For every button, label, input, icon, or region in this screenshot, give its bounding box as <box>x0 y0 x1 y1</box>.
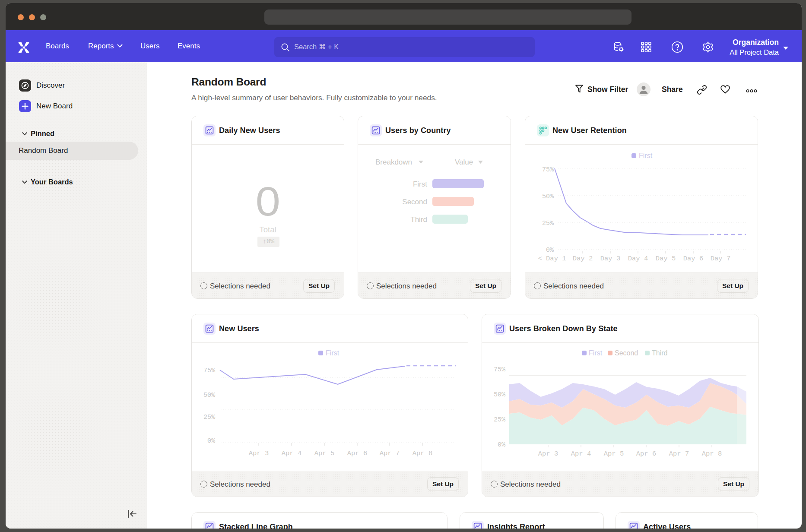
svg-text:Apr 4: Apr 4 <box>571 450 591 458</box>
svg-text:0%: 0% <box>207 437 216 445</box>
svg-text:Second: Second <box>615 349 638 357</box>
svg-text:25%: 25% <box>494 416 506 424</box>
svg-text:Day 4: Day 4 <box>628 255 648 263</box>
svg-text:Third: Third <box>652 349 667 357</box>
svg-text:Day 7: Day 7 <box>711 255 731 263</box>
svg-text:75%: 75% <box>203 367 216 374</box>
svg-text:75%: 75% <box>542 166 554 174</box>
svg-text:Day 5: Day 5 <box>656 255 676 263</box>
svg-text:Day 6: Day 6 <box>683 255 704 263</box>
svg-text:Day 2: Day 2 <box>573 255 593 263</box>
svg-text:50%: 50% <box>494 391 506 399</box>
svg-text:< Day 1: < Day 1 <box>538 255 566 263</box>
svg-text:Apr 6: Apr 6 <box>636 450 657 458</box>
svg-text:75%: 75% <box>494 366 506 374</box>
svg-text:Apr 5: Apr 5 <box>314 450 335 457</box>
svg-text:Apr 7: Apr 7 <box>669 450 689 458</box>
svg-text:0%: 0% <box>546 247 554 254</box>
svg-text:Apr 3: Apr 3 <box>538 450 558 458</box>
svg-text:0%: 0% <box>498 441 506 449</box>
svg-text:50%: 50% <box>203 392 216 399</box>
svg-text:Apr 3: Apr 3 <box>249 450 269 457</box>
svg-text:25%: 25% <box>542 220 554 227</box>
svg-text:Apr 8: Apr 8 <box>413 450 433 457</box>
svg-text:Apr 6: Apr 6 <box>347 450 368 457</box>
svg-text:Day 3: Day 3 <box>600 255 621 263</box>
svg-text:First: First <box>589 349 603 357</box>
svg-text:Apr 4: Apr 4 <box>282 450 302 457</box>
svg-text:50%: 50% <box>542 193 554 200</box>
svg-text:25%: 25% <box>203 414 216 421</box>
svg-text:Apr 8: Apr 8 <box>702 450 722 458</box>
svg-text:Apr 5: Apr 5 <box>604 450 624 458</box>
svg-text:Apr 7: Apr 7 <box>380 450 400 457</box>
svg-text:First: First <box>639 152 653 159</box>
svg-text:First: First <box>326 349 340 357</box>
